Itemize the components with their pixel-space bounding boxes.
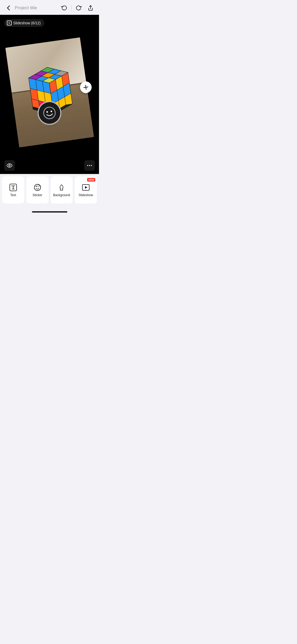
back-button[interactable] xyxy=(4,4,13,12)
svg-point-42 xyxy=(38,186,39,187)
text-icon xyxy=(9,183,17,192)
project-title: Project title xyxy=(15,5,37,11)
undo-button[interactable] xyxy=(60,4,68,12)
toolbar-item-text[interactable]: Text xyxy=(2,176,24,204)
home-indicator xyxy=(32,211,67,213)
nav-right xyxy=(60,4,95,12)
smiley-icon xyxy=(36,99,63,126)
svg-point-36 xyxy=(87,165,88,166)
toolbar-item-sticker[interactable]: Sticker xyxy=(26,176,49,204)
photo-frame[interactable] xyxy=(5,37,94,147)
photo-content xyxy=(5,37,94,147)
slideshow-badge[interactable]: Slideshow (6/12) xyxy=(4,19,44,27)
redo-button[interactable] xyxy=(75,4,83,12)
editor-canvas: Slideshow (6/12) xyxy=(0,15,99,174)
background-icon xyxy=(57,183,66,192)
share-button[interactable] xyxy=(86,4,95,12)
svg-point-41 xyxy=(36,186,36,187)
svg-point-30 xyxy=(43,106,56,119)
sticker-smiley[interactable] xyxy=(36,99,63,126)
text-label: Text xyxy=(10,193,16,197)
sticker-icon xyxy=(33,183,42,192)
preview-button[interactable] xyxy=(4,160,15,171)
sticker-label: Sticker xyxy=(32,193,42,197)
editor-action-bar xyxy=(0,157,99,174)
svg-line-34 xyxy=(84,87,88,88)
play-icon xyxy=(7,21,12,25)
slideshow-badge-label: Slideshow (6/12) xyxy=(13,21,41,25)
svg-point-37 xyxy=(89,165,90,166)
toolbar-item-slideshow[interactable]: NEW Slideshow xyxy=(75,176,97,204)
toolbar-item-background[interactable]: Background xyxy=(51,176,73,204)
slideshow-icon xyxy=(82,183,90,192)
background-label: Background xyxy=(53,193,70,197)
nav-bar: Project title xyxy=(0,0,99,15)
slideshow-label: Slideshow xyxy=(79,193,93,197)
new-badge: NEW xyxy=(87,178,95,182)
more-options-button[interactable] xyxy=(84,160,95,171)
svg-point-35 xyxy=(9,165,10,166)
svg-point-38 xyxy=(91,165,92,166)
nav-left: Project title xyxy=(4,4,37,12)
svg-marker-44 xyxy=(85,186,87,189)
bottom-toolbar: Text Sticker Background NEW xyxy=(0,174,99,206)
nav-divider xyxy=(71,5,72,11)
